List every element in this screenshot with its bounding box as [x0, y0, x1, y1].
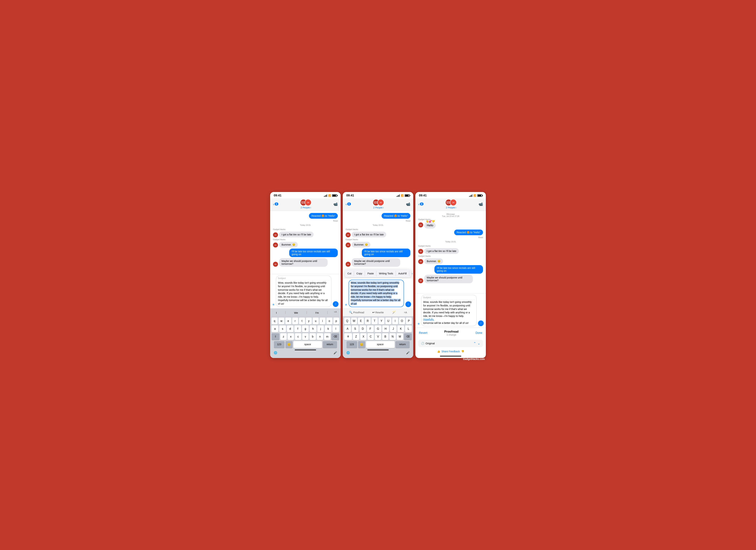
key-J[interactable]: J	[390, 325, 397, 332]
back-button-3[interactable]: ‹ 8	[418, 202, 424, 206]
nav-people-1[interactable]: 2 People ›	[301, 206, 311, 209]
back-button-2[interactable]: ‹ 6	[346, 202, 351, 206]
input-box-2[interactable]: Wow, sounds like today isn't going smoot…	[349, 280, 404, 307]
input-box-1[interactable]: Subject Wow, sounds like today isn't goi…	[276, 276, 331, 307]
key-q[interactable]: q	[272, 318, 278, 324]
key-I[interactable]: I	[392, 318, 398, 324]
globe-icon-2[interactable]: 🌐	[346, 351, 350, 354]
key-t[interactable]: t	[299, 318, 305, 324]
key-space-2[interactable]: space	[366, 341, 395, 348]
key-o[interactable]: o	[326, 318, 332, 324]
key-emoji-2[interactable]: 😊	[358, 341, 365, 348]
thumbs-down-icon[interactable]: 👎	[461, 350, 464, 353]
back-button-1[interactable]: ‹ 6	[273, 202, 278, 206]
key-y[interactable]: y	[306, 318, 312, 324]
mic-icon-1[interactable]: 🎤	[334, 351, 337, 354]
context-writing-tools[interactable]: Writing Tools	[376, 271, 396, 276]
add-button-2[interactable]: +	[345, 302, 347, 307]
key-T[interactable]: T	[372, 318, 378, 324]
key-delete-1[interactable]: ⌫	[331, 333, 339, 340]
key-return-1[interactable]: return	[323, 341, 337, 348]
chevron-down-icon[interactable]: ⌄	[477, 341, 480, 345]
key-123-2[interactable]: 123	[347, 341, 357, 348]
messages-area-3[interactable]: iMessageTue, Jul 23 at 17:28 Gadget Hack…	[415, 211, 486, 293]
key-emoji-1[interactable]: 😊	[285, 341, 293, 348]
key-E[interactable]: E	[358, 318, 364, 324]
key-W[interactable]: W	[351, 318, 357, 324]
key-S[interactable]: S	[352, 325, 359, 332]
key-k[interactable]: k	[325, 325, 332, 332]
thumbs-up-icon[interactable]: 👍	[437, 350, 440, 353]
globe-icon-1[interactable]: 🌐	[274, 351, 277, 354]
key-Q[interactable]: Q	[344, 318, 350, 324]
input-text-3[interactable]: Wow, sounds like today isn't going smoot…	[423, 300, 475, 325]
key-M[interactable]: M	[397, 333, 403, 340]
done-button[interactable]: Done	[476, 331, 482, 335]
key-Y[interactable]: Y	[379, 318, 385, 324]
key-O[interactable]: O	[399, 318, 405, 324]
key-123-1[interactable]: 123	[274, 341, 285, 348]
sparkle-btn[interactable]: 🪄	[392, 310, 396, 314]
send-button-3[interactable]: ↑	[478, 320, 484, 326]
input-text-1[interactable]: Wow, sounds like today isn't going smoot…	[278, 281, 329, 306]
key-X[interactable]: X	[360, 333, 367, 340]
key-Z[interactable]: Z	[353, 333, 359, 340]
proofread-btn[interactable]: 🔍 Proofread	[349, 311, 364, 314]
add-button-3[interactable]: +	[418, 322, 420, 326]
input-text-2[interactable]: Wow, sounds like today isn't going smoot…	[351, 281, 402, 306]
key-shift-2[interactable]: ⬆	[344, 333, 352, 340]
key-A[interactable]: A	[344, 325, 351, 332]
key-D[interactable]: D	[359, 325, 366, 332]
key-v[interactable]: v	[302, 333, 309, 340]
key-return-2[interactable]: return	[395, 341, 410, 348]
key-b[interactable]: b	[309, 333, 316, 340]
nav-people-2[interactable]: 2 People ›	[373, 206, 384, 209]
feedback-label[interactable]: Share Feedback	[442, 350, 460, 353]
key-L[interactable]: L	[405, 325, 412, 332]
key-h[interactable]: h	[310, 325, 316, 332]
revert-button[interactable]: Revert	[419, 331, 427, 335]
key-l[interactable]: l	[332, 325, 339, 332]
context-autofill[interactable]: AutoFill	[396, 271, 409, 276]
key-j[interactable]: j	[317, 325, 324, 332]
key-P[interactable]: P	[406, 318, 412, 324]
mic-icon-2[interactable]: 🎤	[406, 351, 410, 354]
video-button-2[interactable]: 📹	[406, 202, 410, 206]
key-m[interactable]: m	[324, 333, 330, 340]
chevron-up-icon[interactable]: ⌃	[473, 341, 476, 345]
context-cut[interactable]: Cut	[345, 271, 354, 276]
send-button-2[interactable]: ↑	[405, 301, 411, 307]
key-R[interactable]: R	[365, 318, 371, 324]
key-a[interactable]: a	[272, 325, 278, 332]
key-r[interactable]: r	[292, 318, 298, 324]
input-box-3[interactable]: Subject Wow, sounds like today isn't goi…	[421, 295, 477, 326]
context-copy[interactable]: Copy	[354, 271, 365, 276]
suggestion-1c[interactable]: I'm	[313, 310, 321, 315]
key-s[interactable]: s	[279, 325, 286, 332]
key-u[interactable]: u	[313, 318, 319, 324]
key-V[interactable]: V	[375, 333, 381, 340]
send-button-1[interactable]: ↑	[333, 301, 338, 307]
nav-people-3[interactable]: 2 People ›	[446, 206, 456, 209]
key-w[interactable]: w	[279, 318, 285, 324]
rewrite-btn[interactable]: ↩ Rewrite	[372, 311, 384, 314]
key-B[interactable]: B	[382, 333, 389, 340]
key-e[interactable]: e	[285, 318, 291, 324]
format-btn[interactable]: =A	[404, 311, 407, 314]
key-c[interactable]: c	[295, 333, 301, 340]
key-K[interactable]: K	[397, 325, 404, 332]
key-U[interactable]: U	[385, 318, 391, 324]
key-n[interactable]: n	[317, 333, 323, 340]
back-badge-3[interactable]: 8	[420, 202, 424, 206]
key-H[interactable]: H	[382, 325, 389, 332]
key-d[interactable]: d	[287, 325, 294, 332]
back-badge-2[interactable]: 6	[347, 202, 351, 206]
key-space-1[interactable]: space	[293, 341, 322, 348]
suggestion-1b[interactable]: We	[292, 310, 300, 315]
messages-area-1[interactable]: Reacted 🤩 to "Hello" Read Today 15:01 Ga…	[270, 211, 341, 274]
key-N[interactable]: N	[389, 333, 396, 340]
key-g[interactable]: g	[302, 325, 309, 332]
context-more[interactable]: ›	[409, 271, 413, 276]
video-button-3[interactable]: 📹	[479, 202, 483, 206]
key-i[interactable]: i	[320, 318, 326, 324]
